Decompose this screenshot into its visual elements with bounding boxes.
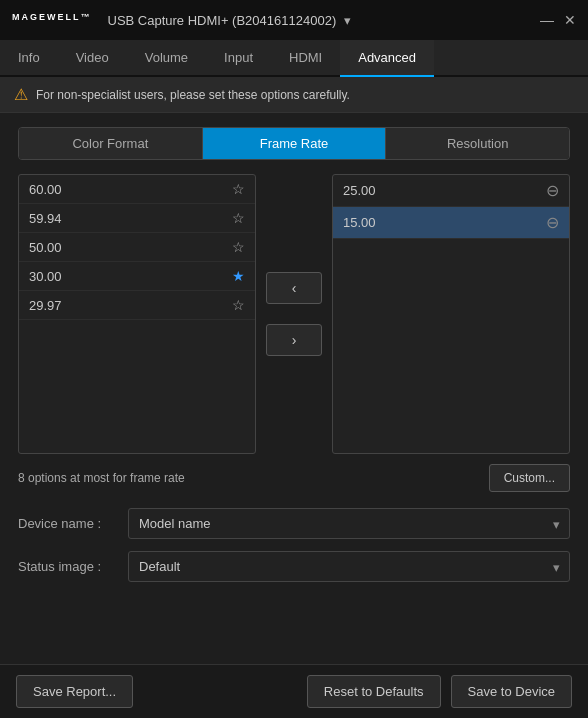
warning-text: For non-specialist users, please set the… [36, 88, 350, 102]
tab-input[interactable]: Input [206, 40, 271, 77]
warning-bar: ⚠ For non-specialist users, please set t… [0, 77, 588, 113]
device-name-select-wrapper: Model name ▾ [128, 508, 570, 539]
device-name-select[interactable]: Model name [128, 508, 570, 539]
status-image-select[interactable]: Default [128, 551, 570, 582]
logo: MAGEWELL™ [12, 12, 92, 29]
arrows-panel: ‹ › [256, 174, 332, 454]
tab-info[interactable]: Info [0, 40, 58, 77]
bottom-btn-group: Reset to Defaults Save to Device [307, 675, 572, 708]
title-bar: MAGEWELL™ USB Capture HDMI+ (B2041611240… [0, 0, 588, 40]
list-item[interactable]: 29.97 ☆ [19, 291, 255, 320]
device-name: USB Capture HDMI+ (B204161124002) ▾ [108, 13, 351, 28]
star-icon[interactable]: ☆ [232, 181, 245, 197]
move-right-button[interactable]: › [266, 324, 322, 356]
left-frame-list: 60.00 ☆ 59.94 ☆ 50.00 ☆ 30.00 ★ 29.97 ☆ [18, 174, 256, 454]
close-button[interactable]: ✕ [564, 12, 576, 28]
frame-info-row: 8 options at most for frame rate Custom.… [18, 464, 570, 492]
status-image-select-wrapper: Default ▾ [128, 551, 570, 582]
main-content: Color Format Frame Rate Resolution 60.00… [0, 113, 588, 608]
status-image-label: Status image : [18, 559, 128, 574]
list-item[interactable]: 30.00 ★ [19, 262, 255, 291]
star-icon[interactable]: ☆ [232, 239, 245, 255]
device-name-row: Device name : Model name ▾ [18, 508, 570, 539]
star-icon-active[interactable]: ★ [232, 268, 245, 284]
tab-volume[interactable]: Volume [127, 40, 206, 77]
right-list-item-selected[interactable]: 15.00 ⊖ [333, 207, 569, 239]
warning-icon: ⚠ [14, 85, 28, 104]
title-bar-left: MAGEWELL™ USB Capture HDMI+ (B2041611240… [12, 12, 351, 29]
sub-tabs: Color Format Frame Rate Resolution [18, 127, 570, 160]
main-tabs: Info Video Volume Input HDMI Advanced [0, 40, 588, 77]
star-icon[interactable]: ☆ [232, 297, 245, 313]
title-bar-controls: — ✕ [540, 12, 576, 28]
tab-hdmi[interactable]: HDMI [271, 40, 340, 77]
list-item[interactable]: 50.00 ☆ [19, 233, 255, 262]
remove-icon[interactable]: ⊖ [546, 181, 559, 200]
frame-rate-panel: 60.00 ☆ 59.94 ☆ 50.00 ☆ 30.00 ★ 29.97 ☆ … [18, 174, 570, 454]
device-name-label: Device name : [18, 516, 128, 531]
tab-video[interactable]: Video [58, 40, 127, 77]
reset-defaults-button[interactable]: Reset to Defaults [307, 675, 441, 708]
move-left-button[interactable]: ‹ [266, 272, 322, 304]
save-device-button[interactable]: Save to Device [451, 675, 572, 708]
frame-info-text: 8 options at most for frame rate [18, 471, 185, 485]
remove-icon[interactable]: ⊖ [546, 213, 559, 232]
custom-button[interactable]: Custom... [489, 464, 570, 492]
subtab-resolution[interactable]: Resolution [386, 128, 569, 159]
tab-advanced[interactable]: Advanced [340, 40, 434, 77]
subtab-color-format[interactable]: Color Format [19, 128, 203, 159]
list-item[interactable]: 59.94 ☆ [19, 204, 255, 233]
minimize-button[interactable]: — [540, 12, 554, 28]
device-dropdown-icon[interactable]: ▾ [344, 13, 351, 28]
right-frame-list: 25.00 ⊖ 15.00 ⊖ [332, 174, 570, 454]
subtab-frame-rate[interactable]: Frame Rate [203, 128, 387, 159]
list-item[interactable]: 60.00 ☆ [19, 175, 255, 204]
star-icon[interactable]: ☆ [232, 210, 245, 226]
right-list-item[interactable]: 25.00 ⊖ [333, 175, 569, 207]
save-report-button[interactable]: Save Report... [16, 675, 133, 708]
status-image-row: Status image : Default ▾ [18, 551, 570, 582]
bottom-bar: Save Report... Reset to Defaults Save to… [0, 664, 588, 718]
